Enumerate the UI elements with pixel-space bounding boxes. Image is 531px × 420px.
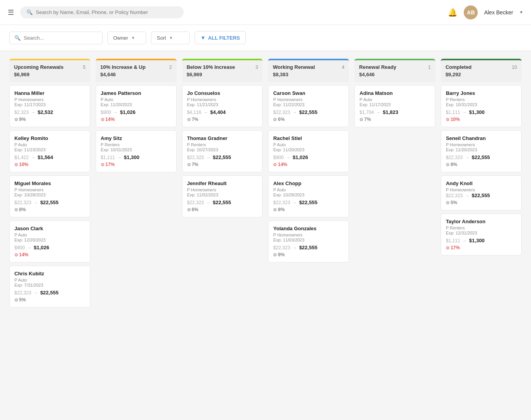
- card-old-price: $4,116: [187, 110, 202, 115]
- card-new-price: $22,555: [472, 154, 490, 160]
- change-value: 8%: [19, 207, 26, 212]
- table-row[interactable]: Seneil ChandranP HomeownersExp: 11/20/20…: [441, 130, 522, 172]
- column-total: $4,646: [359, 72, 431, 77]
- table-row[interactable]: Jo ConsuelosP HomeownersExp: 11/21/2023$…: [182, 85, 263, 127]
- column-header: Completed10$9,292: [441, 59, 522, 82]
- status-badge: ⊙14%: [101, 117, 172, 122]
- status-badge: ⊙10%: [446, 117, 517, 122]
- table-row[interactable]: Hanna MillerP HomeownersExp: 11/17/2023$…: [9, 85, 90, 127]
- column-count: 5: [83, 65, 86, 70]
- card-policy: P Homeowners: [187, 97, 258, 102]
- column-count: 3: [256, 65, 258, 70]
- table-row[interactable]: Taylor AndersonP RentersExp: 12/31/2023$…: [441, 214, 522, 256]
- card-new-price: $22,555: [299, 200, 317, 205]
- column-ten-percent-up: 10% Increase & Up2$4,646James PattersonP…: [96, 59, 177, 308]
- card-new-price: $22,555: [213, 200, 231, 205]
- table-row[interactable]: Jason ClarkP AutoExp: 12/20/2023$900→$1,…: [9, 220, 90, 262]
- table-row[interactable]: Carson SwanP HomeownersExp: 11/22/2023$2…: [268, 85, 349, 127]
- status-badge: ⊙7%: [187, 117, 258, 122]
- owner-dropdown[interactable]: Owner ▼: [107, 32, 146, 44]
- change-value: 9%: [278, 252, 284, 257]
- circle-icon: ⊙: [446, 162, 449, 167]
- sort-label: Sort: [157, 35, 166, 41]
- all-filters-label: ALL FILTERS: [208, 35, 240, 41]
- table-row[interactable]: Rachel StielP AutoExp: 11/20/2023$900→$1…: [268, 130, 349, 172]
- table-row[interactable]: Adina MatsonP AutoExp: 11/17/2023$1,704→…: [354, 85, 435, 127]
- table-row[interactable]: Yolanda GonzalesP HomeownersExp: 11/03/2…: [268, 220, 349, 262]
- card-old-price: $22,323: [446, 193, 463, 198]
- card-policy: P Homeowners: [14, 97, 85, 102]
- status-badge: ⊙17%: [101, 162, 172, 167]
- card-name: Rachel Stiel: [273, 135, 344, 141]
- status-badge: ⊙10%: [14, 162, 85, 167]
- status-badge: ⊙7%: [359, 117, 430, 122]
- table-row[interactable]: Kelley RomitoP AutoExp: 11/23/2023$1,422…: [9, 130, 90, 172]
- global-search-bar[interactable]: 🔍: [20, 6, 184, 18]
- card-policy: P Renters: [446, 226, 517, 230]
- table-row[interactable]: Miguel MoralesP HomeownersExp: 10/28/202…: [9, 175, 90, 217]
- kanban-board: Upcoming Renewals5$6,969Hanna MillerP Ho…: [9, 59, 522, 308]
- status-badge: ⊙8%: [446, 162, 517, 167]
- table-row[interactable]: Jennifer RheaultP HomeownersExp: 11/02/2…: [182, 175, 263, 217]
- column-below-ten-percent: Below 10% Increase3$6,969Jo ConsuelosP H…: [182, 59, 263, 308]
- card-list: Barry JonesP RentersExp: 10/31/2023$1,11…: [441, 85, 522, 256]
- user-menu[interactable]: Alex Becker: [484, 9, 513, 16]
- card-old-price: $900: [14, 245, 25, 250]
- column-header: Renewal Ready1$4,646: [354, 59, 435, 82]
- arrow-icon: →: [27, 245, 32, 250]
- notification-bell-icon[interactable]: 🔔: [448, 8, 457, 17]
- circle-icon: ⊙: [273, 207, 277, 212]
- search-icon: 🔍: [14, 35, 21, 41]
- arrow-icon: →: [465, 193, 470, 198]
- table-row[interactable]: James PattersonP AutoExp: 11/20/2023$900…: [96, 85, 177, 127]
- arrow-up-icon: ⊙: [101, 117, 104, 122]
- arrow-icon: →: [293, 110, 297, 115]
- change-value: 17%: [105, 162, 115, 167]
- search-input[interactable]: [24, 35, 98, 41]
- arrow-icon: →: [33, 290, 38, 295]
- table-row[interactable]: Amy SitzP RentersExp: 10/31/2023$1,111→$…: [96, 130, 177, 172]
- card-new-price: $1,026: [120, 109, 136, 115]
- change-value: 5%: [450, 200, 457, 205]
- card-expiry: Exp: 11/02/2023: [187, 192, 258, 197]
- table-row[interactable]: Thomas GradnerP RentersExp: 10/27/2023$2…: [182, 130, 263, 172]
- card-old-price: $1,111: [101, 155, 115, 160]
- status-badge: ⊙9%: [273, 252, 344, 257]
- card-new-price: $1,026: [34, 245, 49, 250]
- change-value: 8%: [450, 162, 457, 167]
- arrow-up-icon: ⊙: [101, 162, 104, 167]
- column-renewal-ready: Renewal Ready1$4,646Adina MatsonP AutoEx…: [354, 59, 435, 308]
- column-title: Upcoming Renewals: [14, 64, 63, 70]
- hamburger-icon[interactable]: ☰: [8, 8, 14, 17]
- column-title: 10% Increase & Up: [100, 64, 145, 70]
- global-search-input[interactable]: [36, 9, 177, 15]
- all-filters-button[interactable]: ▼ ALL FILTERS: [195, 31, 246, 44]
- card-list: Adina MatsonP AutoExp: 11/17/2023$1,704→…: [354, 85, 435, 127]
- table-row[interactable]: Alex ChoppP AutoExp: 10/28/2023$22,323→$…: [268, 175, 349, 217]
- status-badge: ⊙14%: [273, 162, 344, 167]
- change-value: 5%: [19, 297, 26, 303]
- card-new-price: $22,555: [299, 109, 317, 115]
- table-row[interactable]: Andy KnollP Homeowners$22,323→$22,555⊙5%: [441, 175, 522, 210]
- change-value: 7%: [364, 117, 371, 122]
- toolbar-search-box[interactable]: 🔍: [9, 32, 103, 44]
- status-badge: ⊙8%: [14, 207, 85, 212]
- table-row[interactable]: Barry JonesP RentersExp: 10/31/2023$1,11…: [441, 85, 522, 127]
- card-policy: P Renters: [101, 142, 172, 147]
- sort-dropdown[interactable]: Sort ▼: [151, 32, 190, 44]
- card-new-price: $22,555: [213, 154, 231, 160]
- circle-icon: ⊙: [446, 200, 449, 205]
- card-expiry: Exp: 11/21/2023: [187, 102, 258, 107]
- card-old-price: $1,422: [14, 155, 29, 160]
- circle-icon: ⊙: [187, 162, 191, 167]
- nav-right: 🔔 AB Alex Becker ▼: [448, 5, 523, 19]
- table-row[interactable]: Chris KubitzP AutoExp: 7/31/2023$22,323→…: [9, 266, 90, 308]
- change-value: 14%: [278, 162, 287, 167]
- arrow-icon: →: [203, 110, 208, 115]
- change-value: 8%: [278, 207, 284, 212]
- chevron-down-icon: ▼: [131, 36, 135, 40]
- top-navigation: ☰ 🔍 🔔 AB Alex Becker ▼: [0, 0, 531, 25]
- column-header: Working Renewal4$8,383: [268, 59, 349, 82]
- card-old-price: $1,111: [446, 238, 460, 243]
- circle-icon: ⊙: [14, 207, 18, 212]
